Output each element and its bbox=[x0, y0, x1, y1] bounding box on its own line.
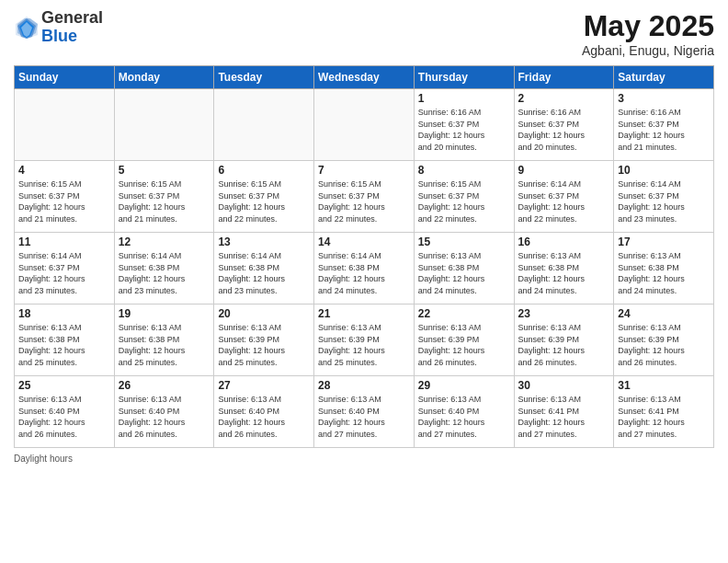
calendar-cell bbox=[114, 89, 214, 161]
day-number: 28 bbox=[318, 379, 410, 392]
day-number: 16 bbox=[518, 236, 610, 248]
day-info: Sunrise: 6:13 AM Sunset: 6:39 PM Dayligh… bbox=[318, 322, 410, 368]
header-thursday: Thursday bbox=[414, 66, 514, 89]
day-number: 11 bbox=[18, 236, 110, 248]
day-info: Sunrise: 6:15 AM Sunset: 6:37 PM Dayligh… bbox=[119, 178, 210, 224]
calendar-cell: 2Sunrise: 6:16 AM Sunset: 6:37 PM Daylig… bbox=[514, 89, 614, 161]
daylight-hours-label: Daylight hours bbox=[14, 454, 73, 464]
day-number: 19 bbox=[119, 307, 210, 320]
day-number: 8 bbox=[418, 164, 510, 177]
calendar-cell: 23Sunrise: 6:13 AM Sunset: 6:39 PM Dayli… bbox=[514, 304, 614, 376]
calendar-cell: 12Sunrise: 6:14 AM Sunset: 6:38 PM Dayli… bbox=[114, 233, 214, 304]
day-number: 3 bbox=[618, 92, 710, 105]
day-number: 24 bbox=[618, 307, 710, 320]
header-friday: Friday bbox=[514, 66, 614, 89]
calendar-cell: 7Sunrise: 6:15 AM Sunset: 6:37 PM Daylig… bbox=[314, 161, 415, 233]
header-monday: Monday bbox=[114, 66, 214, 89]
day-info: Sunrise: 6:13 AM Sunset: 6:40 PM Dayligh… bbox=[119, 394, 210, 440]
calendar-cell: 6Sunrise: 6:15 AM Sunset: 6:37 PM Daylig… bbox=[214, 161, 314, 233]
calendar-cell: 17Sunrise: 6:13 AM Sunset: 6:38 PM Dayli… bbox=[614, 233, 714, 304]
calendar-cell: 13Sunrise: 6:14 AM Sunset: 6:38 PM Dayli… bbox=[214, 233, 314, 304]
day-info: Sunrise: 6:13 AM Sunset: 6:39 PM Dayligh… bbox=[418, 322, 510, 368]
day-number: 6 bbox=[218, 164, 310, 177]
day-info: Sunrise: 6:14 AM Sunset: 6:38 PM Dayligh… bbox=[318, 250, 410, 296]
day-info: Sunrise: 6:14 AM Sunset: 6:38 PM Dayligh… bbox=[218, 250, 310, 296]
day-info: Sunrise: 6:14 AM Sunset: 6:37 PM Dayligh… bbox=[518, 178, 610, 224]
calendar-cell: 18Sunrise: 6:13 AM Sunset: 6:38 PM Dayli… bbox=[15, 304, 115, 376]
day-number: 25 bbox=[18, 379, 110, 392]
day-number: 12 bbox=[119, 236, 210, 248]
day-number: 10 bbox=[618, 164, 710, 177]
day-number: 26 bbox=[119, 379, 210, 392]
logo-blue-text: Blue bbox=[41, 27, 77, 45]
month-title: May 2025 bbox=[582, 9, 714, 43]
day-number: 14 bbox=[318, 236, 410, 248]
day-number: 18 bbox=[18, 307, 110, 320]
day-number: 15 bbox=[418, 236, 510, 248]
calendar-cell: 30Sunrise: 6:13 AM Sunset: 6:41 PM Dayli… bbox=[514, 376, 614, 448]
day-info: Sunrise: 6:13 AM Sunset: 6:40 PM Dayligh… bbox=[418, 394, 510, 440]
day-number: 23 bbox=[518, 307, 610, 320]
calendar-cell: 5Sunrise: 6:15 AM Sunset: 6:37 PM Daylig… bbox=[114, 161, 214, 233]
day-info: Sunrise: 6:16 AM Sunset: 6:37 PM Dayligh… bbox=[518, 107, 610, 153]
calendar-week-3: 11Sunrise: 6:14 AM Sunset: 6:37 PM Dayli… bbox=[15, 233, 714, 304]
calendar-week-1: 1Sunrise: 6:16 AM Sunset: 6:37 PM Daylig… bbox=[15, 89, 714, 161]
calendar-cell: 22Sunrise: 6:13 AM Sunset: 6:39 PM Dayli… bbox=[414, 304, 514, 376]
calendar-cell: 19Sunrise: 6:13 AM Sunset: 6:38 PM Dayli… bbox=[114, 304, 214, 376]
calendar-cell: 24Sunrise: 6:13 AM Sunset: 6:39 PM Dayli… bbox=[614, 304, 714, 376]
day-number: 13 bbox=[218, 236, 310, 248]
calendar-cell: 11Sunrise: 6:14 AM Sunset: 6:37 PM Dayli… bbox=[15, 233, 115, 304]
calendar-cell: 25Sunrise: 6:13 AM Sunset: 6:40 PM Dayli… bbox=[15, 376, 115, 448]
calendar-cell bbox=[314, 89, 415, 161]
day-info: Sunrise: 6:15 AM Sunset: 6:37 PM Dayligh… bbox=[18, 178, 110, 224]
day-number: 9 bbox=[518, 164, 610, 177]
day-info: Sunrise: 6:13 AM Sunset: 6:38 PM Dayligh… bbox=[518, 250, 610, 296]
day-info: Sunrise: 6:14 AM Sunset: 6:37 PM Dayligh… bbox=[18, 250, 110, 296]
day-info: Sunrise: 6:13 AM Sunset: 6:38 PM Dayligh… bbox=[119, 322, 210, 368]
calendar-cell: 8Sunrise: 6:15 AM Sunset: 6:37 PM Daylig… bbox=[414, 161, 514, 233]
day-info: Sunrise: 6:16 AM Sunset: 6:37 PM Dayligh… bbox=[418, 107, 510, 153]
day-info: Sunrise: 6:13 AM Sunset: 6:41 PM Dayligh… bbox=[618, 394, 710, 440]
logo: General Blue bbox=[14, 9, 103, 46]
location-subtitle: Agbani, Enugu, Nigeria bbox=[582, 43, 714, 58]
day-number: 1 bbox=[418, 92, 510, 105]
day-number: 20 bbox=[218, 307, 310, 320]
day-info: Sunrise: 6:13 AM Sunset: 6:40 PM Dayligh… bbox=[18, 394, 110, 440]
day-info: Sunrise: 6:13 AM Sunset: 6:38 PM Dayligh… bbox=[18, 322, 110, 368]
calendar-cell: 21Sunrise: 6:13 AM Sunset: 6:39 PM Dayli… bbox=[314, 304, 415, 376]
day-info: Sunrise: 6:13 AM Sunset: 6:38 PM Dayligh… bbox=[418, 250, 510, 296]
day-info: Sunrise: 6:13 AM Sunset: 6:38 PM Dayligh… bbox=[618, 250, 710, 296]
day-number: 22 bbox=[418, 307, 510, 320]
header-sunday: Sunday bbox=[15, 66, 115, 89]
calendar-cell: 16Sunrise: 6:13 AM Sunset: 6:38 PM Dayli… bbox=[514, 233, 614, 304]
title-block: May 2025 Agbani, Enugu, Nigeria bbox=[582, 9, 714, 58]
logo-general-text: General bbox=[41, 8, 103, 27]
calendar-cell: 14Sunrise: 6:14 AM Sunset: 6:38 PM Dayli… bbox=[314, 233, 415, 304]
day-info: Sunrise: 6:13 AM Sunset: 6:41 PM Dayligh… bbox=[518, 394, 610, 440]
calendar-cell: 29Sunrise: 6:13 AM Sunset: 6:40 PM Dayli… bbox=[414, 376, 514, 448]
calendar-cell: 4Sunrise: 6:15 AM Sunset: 6:37 PM Daylig… bbox=[15, 161, 115, 233]
calendar-week-4: 18Sunrise: 6:13 AM Sunset: 6:38 PM Dayli… bbox=[15, 304, 714, 376]
day-info: Sunrise: 6:13 AM Sunset: 6:39 PM Dayligh… bbox=[618, 322, 710, 368]
header: General Blue May 2025 Agbani, Enugu, Nig… bbox=[14, 9, 714, 58]
day-info: Sunrise: 6:15 AM Sunset: 6:37 PM Dayligh… bbox=[218, 178, 310, 224]
calendar-week-5: 25Sunrise: 6:13 AM Sunset: 6:40 PM Dayli… bbox=[15, 376, 714, 448]
calendar-cell: 27Sunrise: 6:13 AM Sunset: 6:40 PM Dayli… bbox=[214, 376, 314, 448]
day-number: 31 bbox=[618, 379, 710, 392]
calendar: Sunday Monday Tuesday Wednesday Thursday… bbox=[14, 65, 714, 448]
calendar-cell: 9Sunrise: 6:14 AM Sunset: 6:37 PM Daylig… bbox=[514, 161, 614, 233]
day-info: Sunrise: 6:13 AM Sunset: 6:40 PM Dayligh… bbox=[318, 394, 410, 440]
day-info: Sunrise: 6:13 AM Sunset: 6:39 PM Dayligh… bbox=[218, 322, 310, 368]
day-number: 5 bbox=[119, 164, 210, 177]
day-number: 2 bbox=[518, 92, 610, 105]
day-number: 7 bbox=[318, 164, 410, 177]
day-number: 21 bbox=[318, 307, 410, 320]
day-info: Sunrise: 6:15 AM Sunset: 6:37 PM Dayligh… bbox=[418, 178, 510, 224]
day-info: Sunrise: 6:16 AM Sunset: 6:37 PM Dayligh… bbox=[618, 107, 710, 153]
day-info: Sunrise: 6:13 AM Sunset: 6:40 PM Dayligh… bbox=[218, 394, 310, 440]
header-saturday: Saturday bbox=[614, 66, 714, 89]
day-number: 4 bbox=[18, 164, 110, 177]
logo-icon bbox=[14, 15, 40, 40]
calendar-week-2: 4Sunrise: 6:15 AM Sunset: 6:37 PM Daylig… bbox=[15, 161, 714, 233]
calendar-cell bbox=[214, 89, 314, 161]
